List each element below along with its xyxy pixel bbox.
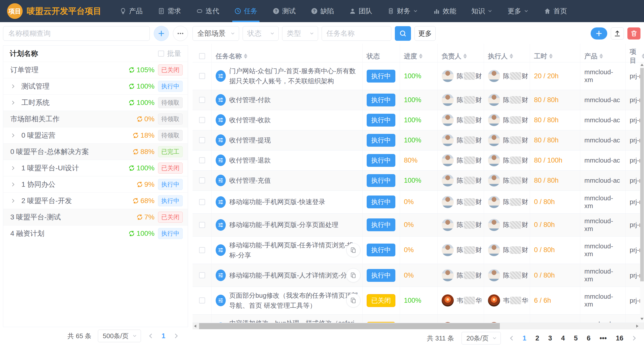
caret-down-icon[interactable] — [244, 56, 247, 59]
horizontal-scroll-thumb[interactable] — [199, 323, 500, 329]
plan-row[interactable]: 订单管理105%已关闭 — [3, 62, 188, 78]
scroll-right-arrow[interactable] — [636, 325, 638, 328]
scene-select[interactable]: 全部场景 — [193, 26, 239, 41]
task-page-size-select[interactable]: 20条/页 — [462, 332, 501, 344]
row-checkbox[interactable] — [199, 157, 205, 163]
export-button[interactable] — [611, 27, 624, 40]
caret-up-icon[interactable] — [599, 54, 603, 56]
sort-buttons[interactable] — [549, 54, 553, 59]
plan-row[interactable]: 3 唛盟平台-测试7%已关闭 — [3, 209, 188, 225]
task-name[interactable]: 门户网站-众包门户-首页-服务商中心-所有数据只关联个人账号，不关联组织架构 — [229, 66, 358, 86]
row-checkbox[interactable] — [199, 177, 205, 183]
delete-button[interactable] — [627, 27, 640, 40]
caret-up-icon[interactable] — [244, 54, 247, 56]
vertical-scrollbar[interactable] — [640, 62, 644, 323]
row-checkbox[interactable] — [199, 272, 205, 278]
plan-row[interactable]: 0 唛盟运营18%待领取 — [3, 127, 188, 143]
task-name-cell[interactable]: 内容添加修改、bug处理、样式修改（safari浏览器对element ui部分… — [212, 315, 363, 323]
nav-item-团队[interactable]: 团队 — [347, 0, 374, 22]
add-task-button[interactable] — [591, 27, 607, 40]
sort-buttons[interactable] — [642, 54, 644, 59]
nav-item-知识[interactable]: 知识 — [469, 0, 495, 22]
table-row[interactable]: 收付管理-收款执行中100%陈财陈财80 / 80hmmcloud-acprj-… — [193, 110, 644, 130]
task-name[interactable]: 收付管理-充值 — [229, 175, 271, 185]
task-name-cell[interactable]: 收付管理-提现 — [212, 130, 363, 150]
select-all-checkbox[interactable] — [199, 53, 205, 59]
nav-item-任务[interactable]: 任务 — [232, 0, 259, 22]
task-page-5[interactable]: 5 — [574, 334, 578, 342]
more-filters-button[interactable]: 更多 — [414, 26, 436, 41]
row-checkbox[interactable] — [199, 222, 205, 228]
plan-page-1[interactable]: 1 — [162, 332, 165, 340]
table-row[interactable]: 页面部分bug修改（我发布的任务详情页顶部导航、首页 研发管理工具等）已关闭10… — [193, 287, 644, 315]
scroll-left-arrow[interactable] — [194, 325, 196, 328]
task-name-cell[interactable]: 移动端功能-手机网页版-任务详情页浏览-投标-分享 — [212, 237, 363, 264]
task-name[interactable]: 移动端功能-手机网页版-人才详情浏览-分享 — [229, 270, 354, 280]
expand-arrow-icon[interactable] — [10, 84, 16, 89]
expand-arrow-icon[interactable] — [10, 100, 16, 105]
task-name-cell[interactable]: 收付管理-退款 — [212, 150, 363, 170]
more-actions-button[interactable] — [173, 26, 188, 41]
expand-arrow-icon[interactable] — [10, 133, 16, 138]
table-row[interactable]: 内容添加修改、bug处理、样式修改（safari浏览器对element ui部分… — [193, 315, 644, 323]
batch-checkbox[interactable] — [158, 51, 164, 57]
plan-row[interactable]: 1 协同办公9%执行中 — [3, 176, 188, 192]
caret-up-icon[interactable] — [642, 54, 644, 56]
sort-buttons[interactable] — [244, 54, 247, 59]
caret-up-icon[interactable] — [510, 54, 513, 56]
plan-next-page-button[interactable] — [173, 333, 179, 339]
row-checkbox[interactable] — [199, 137, 205, 143]
task-name[interactable]: 移动端功能-手机网页版-分享页面处理 — [229, 220, 338, 230]
task-name[interactable]: 收付管理-退款 — [229, 155, 271, 165]
copy-button[interactable] — [346, 243, 360, 257]
task-page-3[interactable]: 3 — [548, 334, 552, 342]
nav-item-财务[interactable]: 财务 — [385, 0, 420, 22]
table-row[interactable]: 移动端功能-手机网页版-人才详情浏览-分享执行中0%陈财陈财0 / 80hmmc… — [193, 264, 644, 287]
table-row[interactable]: 移动端功能-手机网页版-分享页面处理执行中0%陈财陈财0 / 80hmmclou… — [193, 214, 644, 237]
caret-up-icon[interactable] — [549, 54, 553, 56]
task-name-cell[interactable]: 门户网站-众包门户-首页-服务商中心-所有数据只关联个人账号，不关联组织架构 — [212, 62, 363, 90]
task-name[interactable]: 收付管理-收款 — [229, 115, 271, 125]
nav-item-首页[interactable]: 首页 — [542, 0, 569, 22]
sort-buttons[interactable] — [419, 54, 423, 59]
nav-item-产品[interactable]: 产品 — [118, 0, 145, 22]
task-page-4[interactable]: 4 — [561, 334, 565, 342]
sort-buttons[interactable] — [463, 54, 467, 59]
task-name[interactable]: 移动端功能-手机网页版-任务详情页浏览-投标-分享 — [229, 240, 358, 260]
task-name-cell[interactable]: 页面部分bug修改（我发布的任务详情页顶部导航、首页 研发管理工具等） — [212, 287, 363, 314]
table-row[interactable]: 移动端功能-手机网页版-快速登录执行中0%陈财陈财0 / 80hmmcloud-… — [193, 191, 644, 214]
task-name[interactable]: 内容添加修改、bug处理、样式修改（safari浏览器对element ui部分… — [229, 318, 358, 323]
caret-down-icon[interactable] — [549, 56, 553, 59]
task-name-cell[interactable]: 收付管理-收款 — [212, 110, 363, 130]
caret-up-icon[interactable] — [463, 54, 467, 56]
row-checkbox[interactable] — [199, 199, 205, 205]
task-name-cell[interactable]: 移动端功能-手机网页版-人才详情浏览-分享 — [212, 264, 363, 287]
task-name[interactable]: 收付管理-付款 — [229, 95, 271, 105]
caret-down-icon[interactable] — [419, 56, 423, 59]
task-page-6[interactable]: 6 — [587, 334, 591, 342]
plan-row[interactable]: 1 唛盟平台-UI设计100%已关闭 — [3, 160, 188, 176]
nav-item-更多[interactable]: 更多 — [506, 0, 531, 22]
search-button[interactable] — [395, 26, 411, 41]
row-checkbox[interactable] — [199, 97, 205, 103]
task-next-page-button[interactable] — [631, 335, 637, 341]
nav-item-迭代[interactable]: 迭代 — [194, 0, 221, 22]
task-name-cell[interactable]: 收付管理-充值 — [212, 171, 363, 190]
caret-down-icon[interactable] — [510, 56, 513, 59]
table-row[interactable]: 移动端功能-手机网页版-任务详情页浏览-投标-分享执行中0%陈财陈财0 / 80… — [193, 237, 644, 264]
caret-down-icon[interactable] — [642, 56, 644, 59]
task-name-cell[interactable]: 移动端功能-手机网页版-快速登录 — [212, 191, 363, 213]
row-checkbox[interactable] — [199, 297, 205, 303]
plan-prev-page-button[interactable] — [147, 333, 154, 339]
caret-up-icon[interactable] — [419, 54, 423, 56]
plan-page-size-select[interactable]: 500条/页 — [98, 330, 141, 342]
expand-arrow-icon[interactable] — [10, 165, 16, 171]
caret-down-icon[interactable] — [599, 56, 603, 59]
task-prev-page-button[interactable] — [508, 335, 515, 341]
row-checkbox[interactable] — [199, 73, 205, 79]
task-name[interactable]: 移动端功能-手机网页版-快速登录 — [229, 197, 325, 207]
table-row[interactable]: 收付管理-充值执行中100%陈财陈财80 / 80hmmcloud-acprj-… — [193, 171, 644, 191]
task-page-16[interactable]: 16 — [616, 334, 623, 342]
table-row[interactable]: 收付管理-退款执行中80%陈财陈财80 / 100hmmcloud-acprj-… — [193, 150, 644, 171]
row-checkbox[interactable] — [199, 117, 205, 123]
